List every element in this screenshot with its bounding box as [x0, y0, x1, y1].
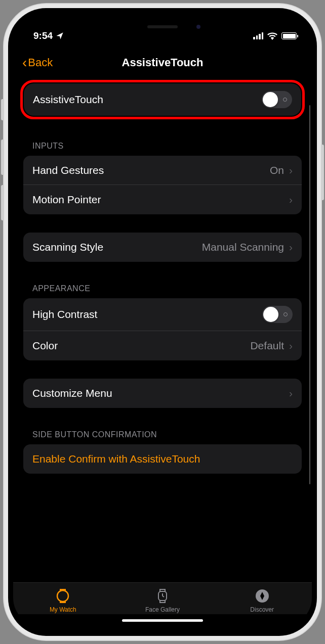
- toggle-knob: [263, 92, 278, 107]
- tab-my-watch[interactable]: My Watch: [13, 588, 113, 613]
- highlighted-annotation: AssistiveTouch: [20, 80, 305, 119]
- cell-right: On ›: [270, 164, 293, 176]
- color-row[interactable]: Color Default ›: [23, 331, 302, 360]
- scanning-group: Scanning Style Manual Scanning ›: [23, 233, 302, 262]
- enable-confirm-row[interactable]: Enable Confirm with AssistiveTouch: [23, 444, 302, 474]
- watch-icon: [55, 588, 71, 604]
- tab-label: My Watch: [50, 606, 76, 613]
- inputs-header: INPUTS: [23, 137, 302, 156]
- content-scroll[interactable]: AssistiveTouch INPUTS Hand Gestures: [13, 80, 312, 582]
- tab-face-gallery[interactable]: Face Gallery: [113, 588, 213, 613]
- nav-header: ‹ Back AssistiveTouch: [13, 49, 312, 80]
- svg-line-3: [162, 596, 164, 597]
- assistivetouch-toggle-row[interactable]: AssistiveTouch: [24, 83, 301, 116]
- high-contrast-row[interactable]: High Contrast: [23, 298, 302, 331]
- inputs-group: Hand Gestures On › Motion Pointer ›: [23, 156, 302, 214]
- color-label: Color: [32, 340, 58, 352]
- volume-down-button: [1, 185, 4, 220]
- hand-gestures-label: Hand Gestures: [32, 164, 104, 176]
- side-button-section: SIDE BUTTON CONFIRMATION Enable Confirm …: [23, 426, 302, 474]
- location-icon: [56, 32, 64, 40]
- status-left: 9:54: [33, 30, 64, 41]
- tab-bar: My Watch Face Gallery: [13, 582, 312, 614]
- face-gallery-icon: [154, 588, 171, 604]
- toggle-off-indicator-icon: [283, 98, 287, 102]
- cell-right: ›: [289, 387, 293, 399]
- appearance-section: APPEARANCE High Contrast Color: [23, 280, 302, 360]
- speaker: [147, 25, 178, 28]
- cell-right: Manual Scanning ›: [202, 241, 293, 253]
- svg-point-0: [57, 590, 68, 602]
- scanning-section: Scanning Style Manual Scanning ›: [23, 233, 302, 262]
- chevron-right-icon: ›: [289, 387, 293, 399]
- chevron-left-icon: ‹: [22, 55, 27, 71]
- compass-icon: [254, 588, 270, 604]
- cell-right: Default ›: [250, 340, 293, 352]
- chevron-right-icon: ›: [289, 194, 293, 206]
- hand-gestures-row[interactable]: Hand Gestures On ›: [23, 156, 302, 185]
- home-indicator[interactable]: [122, 619, 203, 622]
- scanning-style-value: Manual Scanning: [202, 241, 284, 253]
- cell-right: ›: [289, 194, 293, 206]
- mute-switch: [1, 99, 4, 120]
- hand-gestures-value: On: [270, 164, 284, 176]
- status-right: [253, 32, 297, 40]
- cellular-signal-icon: [253, 32, 263, 39]
- assistivetouch-toggle-group: AssistiveTouch: [24, 83, 301, 116]
- motion-pointer-row[interactable]: Motion Pointer ›: [23, 185, 302, 214]
- scanning-style-row[interactable]: Scanning Style Manual Scanning ›: [23, 233, 302, 262]
- customize-group: Customize Menu ›: [23, 379, 302, 408]
- high-contrast-toggle[interactable]: [262, 306, 293, 323]
- customize-menu-row[interactable]: Customize Menu ›: [23, 379, 302, 408]
- scroll-indicator: [309, 105, 311, 484]
- chevron-right-icon: ›: [289, 241, 293, 253]
- appearance-group: High Contrast Color Default ›: [23, 298, 302, 360]
- appearance-header: APPEARANCE: [23, 280, 302, 298]
- status-time: 9:54: [33, 30, 53, 41]
- assistivetouch-toggle[interactable]: [262, 91, 292, 108]
- high-contrast-label: High Contrast: [32, 308, 97, 320]
- tab-label: Face Gallery: [145, 606, 180, 613]
- screen: 9:54: [13, 18, 312, 626]
- scanning-style-label: Scanning Style: [32, 241, 103, 253]
- toggle-knob: [263, 307, 278, 322]
- side-button-group: Enable Confirm with AssistiveTouch: [23, 444, 302, 474]
- inputs-section: INPUTS Hand Gestures On › Motion Pointer: [23, 137, 302, 214]
- notch: [109, 18, 216, 35]
- color-value: Default: [250, 340, 284, 352]
- back-button[interactable]: ‹ Back: [22, 55, 53, 71]
- customize-menu-label: Customize Menu: [32, 387, 112, 399]
- page-title: AssistiveTouch: [122, 56, 204, 69]
- chevron-right-icon: ›: [289, 164, 293, 176]
- chevron-right-icon: ›: [289, 340, 293, 352]
- battery-icon: [281, 32, 297, 39]
- toggle-off-indicator-icon: [283, 312, 288, 316]
- wifi-icon: [267, 32, 277, 40]
- tab-label: Discover: [250, 606, 274, 613]
- volume-up-button: [1, 140, 4, 175]
- phone-bezel: 9:54: [8, 8, 317, 636]
- back-label: Back: [28, 56, 53, 69]
- tab-discover[interactable]: Discover: [212, 588, 312, 613]
- customize-section: Customize Menu ›: [23, 379, 302, 408]
- motion-pointer-label: Motion Pointer: [32, 194, 101, 206]
- side-button-header: SIDE BUTTON CONFIRMATION: [23, 426, 302, 444]
- assistivetouch-label: AssistiveTouch: [33, 94, 103, 106]
- side-button: [321, 145, 324, 200]
- enable-confirm-label: Enable Confirm with AssistiveTouch: [32, 453, 200, 465]
- front-camera: [196, 25, 200, 29]
- phone-frame: 9:54: [3, 3, 322, 641]
